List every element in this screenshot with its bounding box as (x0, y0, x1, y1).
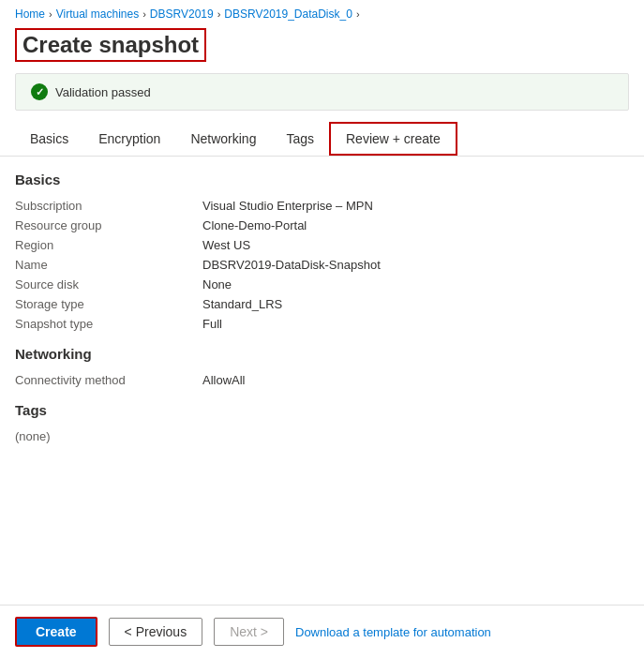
label-tags-none: (none) (15, 429, 202, 443)
page-header: Create snapshot (0, 24, 644, 73)
networking-section: Networking Connectivity method AllowAll (15, 346, 629, 387)
basics-section-title: Basics (15, 172, 629, 187)
tags-section: Tags (none) (15, 402, 629, 443)
label-name: Name (15, 258, 202, 272)
tab-review-create[interactable]: Review + create (329, 122, 457, 156)
breadcrumb-sep-2: › (142, 8, 146, 20)
breadcrumb-home[interactable]: Home (15, 7, 45, 21)
tab-basics[interactable]: Basics (15, 122, 83, 156)
label-region: Region (15, 238, 202, 252)
breadcrumb-sep-3: › (217, 8, 221, 20)
validation-icon (31, 83, 48, 100)
table-row: (none) (15, 429, 629, 443)
label-snapshot-type: Snapshot type (15, 317, 202, 331)
table-row: Connectivity method AllowAll (15, 373, 629, 387)
label-storage-type: Storage type (15, 297, 202, 311)
value-region: West US (202, 238, 250, 252)
automation-template-link[interactable]: Download a template for automation (295, 625, 491, 639)
table-row: Region West US (15, 238, 629, 252)
validation-banner: Validation passed (15, 73, 629, 111)
create-button[interactable]: Create (15, 617, 97, 647)
value-resource-group: Clone-Demo-Portal (202, 218, 307, 232)
table-row: Snapshot type Full (15, 317, 629, 331)
previous-button[interactable]: < Previous (109, 618, 203, 646)
value-connectivity: AllowAll (202, 373, 246, 387)
label-connectivity: Connectivity method (15, 373, 202, 387)
tab-networking[interactable]: Networking (175, 122, 271, 156)
tags-section-title: Tags (15, 402, 629, 418)
tab-tags[interactable]: Tags (271, 122, 329, 156)
breadcrumb-sep-1: › (49, 8, 52, 20)
footer: Create < Previous Next > Download a temp… (0, 605, 644, 658)
table-row: Name DBSRV2019-DataDisk-Snapshot (15, 258, 629, 272)
breadcrumb-datadisk[interactable]: DBSRV2019_DataDisk_0 (224, 7, 352, 21)
value-snapshot-type: Full (202, 317, 222, 331)
value-name: DBSRV2019-DataDisk-Snapshot (202, 258, 381, 272)
breadcrumb: Home › Virtual machines › DBSRV2019 › DB… (0, 0, 644, 24)
table-row: Source disk None (15, 277, 629, 292)
breadcrumb-dbsrv[interactable]: DBSRV2019 (150, 7, 214, 21)
breadcrumb-vms[interactable]: Virtual machines (56, 7, 140, 21)
table-row: Subscription Visual Studio Enterprise – … (15, 199, 629, 213)
main-content: Basics Subscription Visual Studio Enterp… (0, 172, 644, 443)
label-source-disk: Source disk (15, 277, 202, 292)
tabs-container: Basics Encryption Networking Tags Review… (0, 122, 644, 157)
validation-text: Validation passed (55, 85, 151, 99)
next-button[interactable]: Next > (214, 618, 284, 646)
page-title: Create snapshot (15, 28, 206, 62)
tab-encryption[interactable]: Encryption (83, 122, 175, 156)
value-subscription: Visual Studio Enterprise – MPN (202, 199, 373, 213)
value-source-disk: None (202, 277, 232, 292)
label-subscription: Subscription (15, 199, 202, 213)
networking-section-title: Networking (15, 346, 629, 362)
breadcrumb-sep-4: › (356, 8, 360, 20)
table-row: Storage type Standard_LRS (15, 297, 629, 311)
table-row: Resource group Clone-Demo-Portal (15, 218, 629, 232)
value-storage-type: Standard_LRS (202, 297, 282, 311)
label-resource-group: Resource group (15, 218, 202, 232)
basics-section: Basics Subscription Visual Studio Enterp… (15, 172, 629, 331)
